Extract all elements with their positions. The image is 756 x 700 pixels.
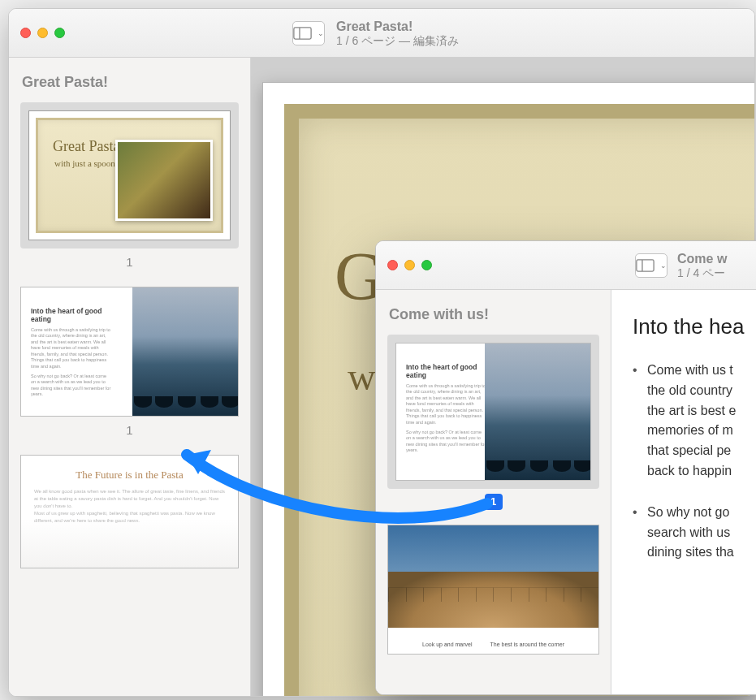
traffic-lights-front bbox=[387, 260, 432, 270]
sidebar-section-title: Come with us! bbox=[389, 306, 598, 323]
gondola-photo bbox=[132, 287, 238, 416]
thumbnail-content: Into the heart of good eating Come with … bbox=[20, 287, 239, 417]
caption-text: Look up and marvel bbox=[422, 642, 472, 647]
sidebar-icon bbox=[636, 258, 654, 273]
pasta-photo bbox=[115, 140, 213, 221]
back-window-title-block: Great Pasta! 1 / 6 ページ — 編集済み bbox=[336, 19, 459, 48]
thumb-heading: Into the heart of good eating bbox=[406, 363, 487, 379]
thumb-body-text: We all know good pasta when we see it. T… bbox=[34, 488, 225, 510]
thumbnail-content: The Future is in the Pasta We all know g… bbox=[20, 455, 239, 568]
chevron-down-icon: ⌄ bbox=[318, 29, 324, 37]
thumbnail-content: Great Pasta with just a spoonful of love bbox=[28, 110, 231, 240]
front-sidebar: Come with us! Into the heart of good eat… bbox=[376, 290, 611, 694]
page-thumbnail-selected[interactable]: Into the heart of good eating Come with … bbox=[387, 335, 599, 489]
front-window-title-block: Come w 1 / 4 ペー bbox=[677, 251, 727, 280]
sidebar-section-title: Great Pasta! bbox=[22, 74, 237, 91]
page-thumbnail[interactable]: The Future is in the Pasta We all know g… bbox=[20, 455, 239, 568]
bullet-point: Come with us t the old country the art i… bbox=[633, 361, 756, 482]
thumb-body-text: So why not go back? Or at least come on … bbox=[406, 430, 487, 454]
thumb-body-text: Most of us grew up with spaghetti, belie… bbox=[34, 510, 225, 525]
front-window: ⌄ Come w 1 / 4 ペー Come with us! Into the… bbox=[375, 240, 756, 695]
thumb-heading: The Future is in the Pasta bbox=[34, 469, 225, 482]
page-thumbnail[interactable]: Great Pasta with just a spoonful of love bbox=[20, 102, 239, 248]
document-subtitle: 1 / 4 ペー bbox=[677, 266, 727, 280]
sidebar-toggle-button[interactable]: ⌄ bbox=[292, 21, 325, 45]
svg-rect-0 bbox=[294, 27, 311, 38]
bullet-point: So why not go search with us dining site… bbox=[633, 503, 756, 563]
gondola-photo bbox=[485, 344, 590, 480]
thumbnail-content: Look up and marvel The best is around th… bbox=[387, 525, 599, 655]
sidebar-icon bbox=[293, 26, 312, 41]
thumb-body-text: Come with us through a satisfying trip t… bbox=[31, 327, 112, 369]
minimize-icon[interactable] bbox=[404, 260, 415, 270]
document-subtitle: 1 / 6 ページ — 編集済み bbox=[336, 34, 459, 48]
thumb-body-text: Come with us through a satisfying trip t… bbox=[406, 383, 487, 426]
article-body: Come with us t the old country the art i… bbox=[633, 361, 756, 563]
minimize-icon[interactable] bbox=[37, 28, 48, 38]
document-title: Come w bbox=[677, 251, 727, 266]
thumbnail-content: Into the heart of good eating Come with … bbox=[395, 343, 591, 481]
zoom-icon[interactable] bbox=[54, 28, 65, 38]
page-thumbnail[interactable]: Look up and marvel The best is around th… bbox=[387, 525, 599, 655]
caption-text: The best is around the corner bbox=[490, 642, 564, 647]
front-canvas[interactable]: Into the hea Come with us t the old coun… bbox=[611, 290, 756, 694]
article-heading: Into the hea bbox=[633, 314, 756, 339]
close-icon[interactable] bbox=[387, 260, 398, 270]
traffic-lights-back bbox=[20, 28, 65, 38]
selected-page-number: 1 bbox=[485, 494, 503, 510]
page-number-label: 1 bbox=[20, 423, 239, 437]
back-titlebar: ⌄ Great Pasta! 1 / 6 ページ — 編集済み bbox=[9, 9, 754, 58]
page-thumbnail[interactable]: Into the heart of good eating Come with … bbox=[20, 287, 239, 417]
sidebar-toggle-button[interactable]: ⌄ bbox=[635, 253, 667, 278]
close-icon[interactable] bbox=[20, 28, 31, 38]
back-sidebar: Great Pasta! Great Pasta with just a spo… bbox=[9, 58, 251, 696]
thumb-body-text: So why not go back? Or at least come on … bbox=[31, 374, 112, 398]
chevron-down-icon: ⌄ bbox=[660, 261, 667, 270]
page-number-label: 1 bbox=[20, 255, 239, 269]
svg-rect-2 bbox=[637, 259, 654, 270]
front-titlebar: ⌄ Come w 1 / 4 ペー bbox=[376, 241, 756, 290]
document-title: Great Pasta! bbox=[336, 19, 459, 34]
thumb-heading: Into the heart of good eating bbox=[31, 307, 112, 323]
zoom-icon[interactable] bbox=[421, 260, 432, 270]
